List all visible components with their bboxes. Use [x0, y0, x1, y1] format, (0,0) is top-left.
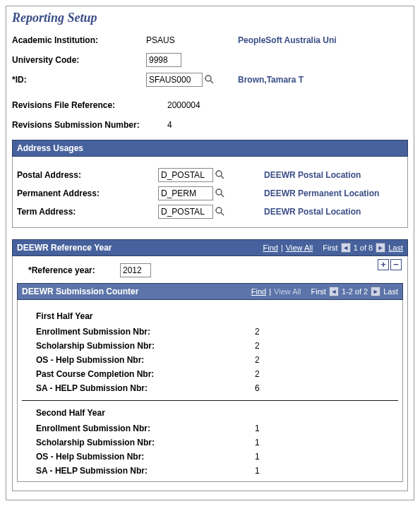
add-row-button[interactable]: +	[378, 259, 389, 270]
lookup-icon[interactable]	[215, 188, 226, 199]
term-row: Term Address: DEEWR Postal Location	[17, 205, 403, 219]
id-label: *ID:	[12, 75, 146, 85]
address-usages-bar: Address Usages	[12, 140, 408, 157]
divider	[22, 400, 398, 401]
fh-sahelp-row: SA - HELP Submission Nbr: 6	[36, 383, 401, 393]
deewr-sub-counter-nav: Find | View All First ◄ 1-2 of 2 ► Last	[251, 287, 398, 296]
revisions-sub-num-label: Revisions Submission Number:	[12, 120, 167, 130]
fh-enroll-row: Enrollment Submission Nbr: 2	[36, 327, 401, 337]
page-container: Reporting Setup Academic Institution: PS…	[6, 6, 414, 500]
page-indicator: 1-2 of 2	[342, 287, 368, 296]
find-link[interactable]: Find	[263, 244, 278, 252]
id-desc: Brown,Tamara T	[238, 75, 304, 85]
institution-value: PSAUS	[146, 35, 238, 45]
svg-point-6	[216, 208, 222, 213]
deewr-sub-counter-body: First Half Year Enrollment Submission Nb…	[17, 300, 403, 482]
revisions-sub-num-value: 4	[167, 120, 172, 130]
lookup-icon[interactable]	[215, 206, 226, 217]
deewr-ref-year-bar: DEEWR Reference Year Find | View All Fir…	[12, 239, 408, 256]
deewr-sub-counter-title: DEEWR Submission Counter	[22, 287, 138, 296]
svg-line-7	[221, 212, 224, 215]
sh-sahelp-row: SA - HELP Submission Nbr: 1	[36, 466, 401, 476]
postal-input[interactable]	[158, 168, 213, 182]
last-link[interactable]: Last	[388, 244, 403, 252]
deewr-ref-year-nav: Find | View All First ◄ 1 of 8 ► Last	[263, 243, 403, 253]
permanent-label: Permanent Address:	[17, 188, 158, 198]
permanent-row: Permanent Address: DEEWR Permanent Locat…	[17, 186, 403, 200]
lookup-icon[interactable]	[215, 169, 226, 181]
term-desc: DEEWR Postal Location	[264, 207, 361, 217]
deewr-sub-counter-bar: DEEWR Submission Counter Find | View All…	[17, 283, 403, 300]
svg-point-4	[216, 189, 222, 195]
revisions-file-ref-label: Revisions File Reference:	[12, 100, 167, 110]
find-link[interactable]: Find	[251, 287, 266, 296]
sh-scholarship-row: Scholarship Submission Nbr: 1	[36, 438, 401, 447]
prev-arrow-icon[interactable]: ◄	[329, 287, 339, 296]
fh-oshelp-row: OS - Help Submission Nbr: 2	[36, 355, 401, 365]
last-label: Last	[383, 287, 398, 296]
revisions-file-ref-row: Revisions File Reference: 2000004	[12, 97, 408, 113]
page-title: Reporting Setup	[12, 11, 408, 25]
id-row: *ID: Brown,Tamara T	[12, 72, 408, 88]
view-all-link: View All	[274, 287, 301, 296]
id-input[interactable]	[146, 73, 203, 87]
sh-oshelp-row: OS - Help Submission Nbr: 1	[36, 452, 401, 462]
institution-label: Academic Institution:	[12, 35, 146, 45]
svg-line-1	[210, 80, 213, 83]
svg-line-5	[221, 194, 224, 197]
postal-label: Postal Address:	[17, 170, 158, 180]
deewr-ref-year-body: + − *Reference year: DEEWR Submission Co…	[12, 256, 408, 491]
reference-year-row: *Reference year:	[16, 259, 404, 282]
university-code-input[interactable]	[146, 53, 181, 67]
svg-line-3	[221, 176, 224, 179]
page-indicator: 1 of 8	[354, 244, 373, 252]
term-input[interactable]	[158, 205, 213, 219]
first-label: First	[311, 287, 326, 296]
view-all-link[interactable]: View All	[286, 244, 313, 252]
reference-year-input[interactable]	[120, 263, 151, 277]
fh-scholarship-row: Scholarship Submission Nbr: 2	[36, 341, 401, 351]
first-label: First	[323, 244, 337, 252]
postal-row: Postal Address: DEEWR Postal Location	[17, 168, 403, 182]
institution-desc: PeopleSoft Australia Uni	[238, 35, 337, 45]
delete-row-button[interactable]: −	[390, 259, 402, 270]
sh-enroll-row: Enrollment Submission Nbr: 1	[36, 423, 401, 433]
svg-point-0	[205, 76, 211, 81]
deewr-ref-year-title: DEEWR Reference Year	[17, 243, 112, 253]
next-arrow-icon[interactable]: ►	[371, 287, 380, 296]
next-arrow-icon[interactable]: ►	[376, 243, 385, 253]
revisions-sub-num-row: Revisions Submission Number: 4	[12, 117, 408, 133]
reference-year-label: *Reference year:	[28, 265, 120, 275]
second-half-title: Second Half Year	[36, 408, 401, 418]
permanent-desc: DEEWR Permanent Location	[264, 188, 379, 198]
permanent-input[interactable]	[158, 186, 213, 200]
svg-point-2	[216, 171, 222, 176]
address-usages-title: Address Usages	[17, 143, 83, 153]
institution-row: Academic Institution: PSAUS PeopleSoft A…	[12, 32, 408, 48]
add-delete-controls: + −	[378, 259, 402, 270]
term-label: Term Address:	[17, 207, 158, 217]
university-code-label: University Code:	[12, 55, 146, 65]
prev-arrow-icon[interactable]: ◄	[341, 243, 351, 253]
fh-pastcourse-row: Past Course Completion Nbr: 2	[36, 369, 401, 379]
postal-desc: DEEWR Postal Location	[264, 170, 361, 180]
university-code-row: University Code:	[12, 52, 408, 68]
address-usages-body: Postal Address: DEEWR Postal Location Pe…	[12, 157, 408, 228]
lookup-icon[interactable]	[204, 74, 215, 85]
first-half-title: First Half Year	[36, 311, 401, 321]
revisions-file-ref-value: 2000004	[167, 100, 200, 110]
